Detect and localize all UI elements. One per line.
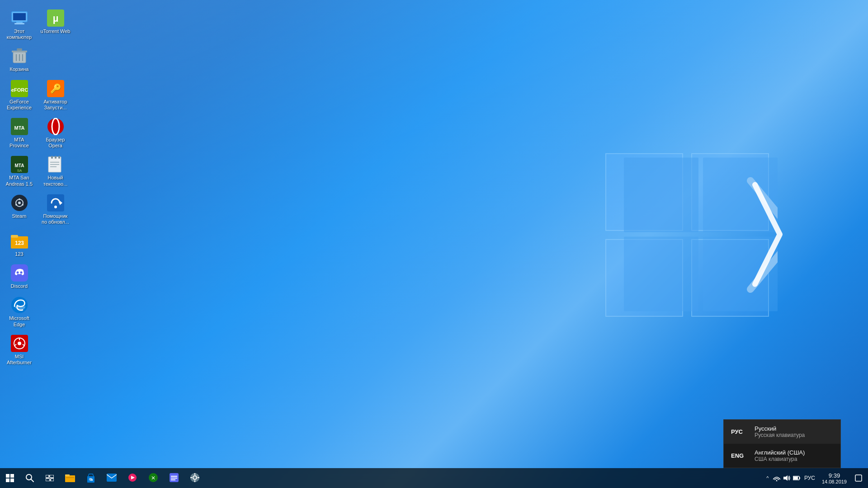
trash-icon bbox=[10, 47, 28, 65]
svg-rect-9 bbox=[13, 13, 26, 20]
svg-rect-11 bbox=[14, 23, 24, 24]
steam-icon bbox=[10, 194, 28, 212]
lang-code-rus: РУС bbox=[731, 428, 747, 435]
icon-mta-province[interactable]: MTA MTAProvince bbox=[2, 115, 36, 151]
lang-name-rus: Русский bbox=[755, 425, 805, 432]
tray-volume-icon[interactable] bbox=[782, 468, 791, 488]
win10-logo bbox=[615, 149, 787, 322]
lang-option-eng[interactable]: ENG Английский (США) США клавиатура bbox=[724, 444, 840, 468]
icon-this-pc[interactable]: Этоткомпьютер bbox=[2, 7, 36, 42]
svg-rect-16 bbox=[17, 48, 22, 51]
tray-expand-button[interactable]: ^ bbox=[764, 468, 771, 488]
svg-rect-6 bbox=[624, 237, 698, 311]
utorrent-icon: µ bbox=[47, 9, 65, 27]
start-button[interactable] bbox=[0, 468, 20, 488]
svg-rect-67 bbox=[50, 475, 54, 478]
icon-opera[interactable]: БраузерOpera bbox=[38, 115, 72, 151]
msi-afterburner-label: MSIAfterburner bbox=[7, 354, 32, 366]
lang-code-eng: ENG bbox=[731, 452, 747, 459]
trash-label: Корзина bbox=[10, 66, 29, 72]
geforce-icon: GeFORCE bbox=[10, 80, 28, 98]
clock-display[interactable]: 9:39 14.08.2019 bbox=[818, 468, 850, 488]
notepad-label: Новыйтекстово... bbox=[43, 175, 68, 187]
utorrent-label: uTorrent Web bbox=[41, 28, 71, 34]
icon-msi-afterburner[interactable]: MSIAfterburner bbox=[2, 332, 36, 368]
svg-point-52 bbox=[20, 272, 22, 274]
this-pc-label: Этоткомпьютер bbox=[7, 28, 32, 40]
icon-123[interactable]: 123 123 bbox=[2, 230, 36, 259]
tray-battery-icon[interactable] bbox=[792, 468, 801, 488]
icon-geforce[interactable]: GeFORCE GeForceExperience bbox=[2, 77, 36, 113]
notepad-icon bbox=[47, 155, 65, 174]
svg-point-90 bbox=[776, 480, 777, 482]
app9-button[interactable] bbox=[184, 468, 205, 488]
mta-province-label: MTAProvince bbox=[9, 137, 29, 149]
discord-label: Discord bbox=[11, 283, 28, 289]
icon-utorrent[interactable]: µ uTorrent Web bbox=[38, 7, 72, 42]
geforce-label: GeForceExperience bbox=[7, 99, 32, 111]
taskbar: 🛍 ✕ bbox=[0, 468, 868, 488]
svg-rect-70 bbox=[65, 475, 75, 482]
icon-trash[interactable]: Корзина bbox=[2, 45, 36, 75]
svg-point-56 bbox=[18, 342, 21, 345]
clock-time: 9:39 bbox=[829, 472, 840, 479]
xbox-button[interactable]: ✕ bbox=[143, 468, 164, 488]
language-indicator[interactable]: РУС bbox=[802, 468, 817, 488]
this-pc-icon bbox=[10, 9, 28, 27]
svg-rect-5 bbox=[703, 158, 778, 232]
svg-rect-62 bbox=[6, 479, 9, 482]
svg-text:MTA: MTA bbox=[14, 125, 24, 131]
svg-rect-60 bbox=[6, 474, 9, 478]
lang-sub-eng: США клавиатура bbox=[755, 456, 805, 462]
media-button[interactable] bbox=[122, 468, 143, 488]
svg-rect-68 bbox=[46, 479, 50, 481]
file-explorer-button[interactable] bbox=[60, 468, 80, 488]
edge-label: MicrosoftEdge bbox=[9, 315, 29, 327]
icon-edge[interactable]: MicrosoftEdge bbox=[2, 294, 36, 329]
mta-sa-icon: MTA SA bbox=[10, 155, 28, 174]
svg-point-42 bbox=[22, 204, 24, 206]
store-button[interactable]: 🛍 bbox=[80, 468, 101, 488]
task-view-button[interactable] bbox=[40, 468, 60, 488]
icon-activator[interactable]: 🔑 АктиваторЗапусти... bbox=[38, 77, 72, 113]
svg-rect-72 bbox=[66, 477, 74, 478]
svg-rect-4 bbox=[624, 158, 698, 232]
svg-line-65 bbox=[31, 479, 33, 482]
icon-update-helper[interactable]: Помощникпо обновл... bbox=[38, 192, 72, 227]
activator-icon: 🔑 bbox=[47, 80, 65, 98]
svg-text:MTA: MTA bbox=[14, 163, 24, 168]
svg-point-53 bbox=[11, 297, 28, 313]
svg-rect-15 bbox=[12, 51, 27, 52]
icon-discord[interactable]: Discord bbox=[2, 262, 36, 291]
svg-rect-69 bbox=[51, 479, 54, 481]
svg-text:GeFORCE: GeFORCE bbox=[11, 87, 28, 93]
svg-rect-81 bbox=[171, 476, 177, 477]
svg-text:µ: µ bbox=[52, 13, 58, 24]
svg-rect-83 bbox=[171, 479, 175, 480]
search-button[interactable] bbox=[20, 468, 40, 488]
svg-point-51 bbox=[16, 272, 19, 274]
svg-rect-34 bbox=[58, 156, 60, 159]
svg-rect-94 bbox=[799, 477, 800, 479]
app8-button[interactable] bbox=[164, 468, 184, 488]
svg-rect-61 bbox=[10, 474, 14, 478]
icon-steam[interactable]: Steam bbox=[2, 192, 36, 227]
icon-notepad[interactable]: Новыйтекстово... bbox=[38, 153, 72, 189]
svg-point-46 bbox=[54, 206, 57, 208]
svg-text:🔑: 🔑 bbox=[50, 83, 61, 94]
lang-option-rus[interactable]: РУС Русский Русская клавиатура bbox=[724, 420, 840, 444]
desktop: Этоткомпьютер µ uTorrent Web bbox=[0, 0, 868, 488]
icon-mta-sa[interactable]: MTA SA MTA SanAndreas 1.5 bbox=[2, 153, 36, 189]
update-helper-icon bbox=[47, 194, 65, 212]
svg-text:🛍: 🛍 bbox=[89, 478, 93, 482]
tray-network-icon[interactable] bbox=[772, 468, 781, 488]
svg-rect-95 bbox=[855, 475, 862, 481]
svg-rect-48 bbox=[11, 235, 18, 238]
mta-province-icon: MTA bbox=[10, 117, 28, 136]
svg-point-40 bbox=[18, 202, 21, 204]
svg-point-43 bbox=[15, 204, 17, 206]
notification-center-button[interactable] bbox=[851, 468, 866, 488]
mail-button[interactable] bbox=[101, 468, 122, 488]
taskbar-left: 🛍 ✕ bbox=[0, 468, 205, 488]
svg-rect-7 bbox=[703, 237, 778, 311]
